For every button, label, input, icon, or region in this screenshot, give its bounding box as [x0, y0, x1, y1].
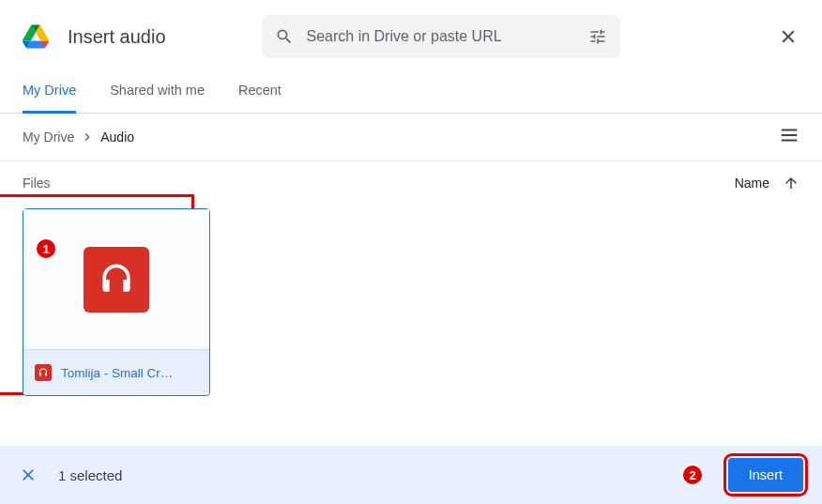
- search-input[interactable]: [307, 28, 575, 45]
- tab-my-drive[interactable]: My Drive: [23, 69, 76, 114]
- breadcrumb-current: Audio: [100, 130, 134, 145]
- close-icon: [19, 466, 38, 484]
- annotation-badge-1: 1: [35, 237, 57, 260]
- files-grid: Tomlija - Small Cr…: [0, 201, 822, 404]
- file-thumbnail: [23, 209, 209, 350]
- selected-count: 1 selected: [58, 467, 122, 483]
- tab-shared-with-me[interactable]: Shared with me: [110, 69, 205, 114]
- clear-selection-button[interactable]: [19, 466, 38, 484]
- search-box[interactable]: [262, 15, 620, 58]
- sort-label: Name: [735, 176, 769, 191]
- arrow-up-icon: [783, 175, 799, 191]
- search-icon: [275, 27, 294, 46]
- breadcrumb-root[interactable]: My Drive: [23, 130, 74, 145]
- tabs: My Drive Shared with me Recent: [0, 69, 822, 114]
- audio-file-small-icon: [35, 364, 52, 381]
- tab-recent[interactable]: Recent: [238, 69, 282, 114]
- files-section-label: Files: [23, 176, 51, 191]
- drive-logo-icon: [23, 24, 49, 49]
- files-header: Files Name: [0, 161, 822, 201]
- sort-control[interactable]: Name: [735, 175, 799, 191]
- tune-icon[interactable]: [588, 27, 607, 46]
- file-name: Tomlija - Small Cr…: [61, 366, 173, 380]
- header: Insert audio: [0, 0, 822, 69]
- file-name-row: Tomlija - Small Cr…: [23, 350, 209, 395]
- file-card[interactable]: Tomlija - Small Cr…: [23, 208, 210, 396]
- insert-button[interactable]: Insert: [728, 458, 803, 492]
- list-view-icon: [779, 125, 799, 145]
- list-view-button[interactable]: [779, 125, 799, 149]
- close-button[interactable]: [777, 25, 799, 48]
- chevron-right-icon: [80, 130, 95, 145]
- breadcrumb-row: My Drive Audio: [0, 114, 822, 161]
- annotation-badge-2: 2: [681, 464, 704, 486]
- audio-file-icon: [84, 247, 149, 313]
- close-icon: [778, 26, 799, 47]
- dialog-title: Insert audio: [68, 26, 166, 48]
- breadcrumb: My Drive Audio: [23, 130, 134, 145]
